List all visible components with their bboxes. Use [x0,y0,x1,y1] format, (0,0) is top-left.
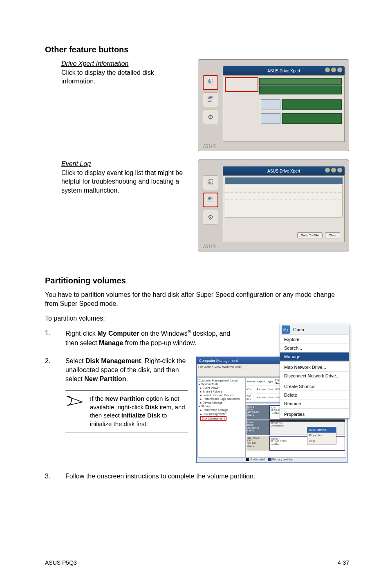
save-to-file-button[interactable]: Save To File [297,232,323,238]
note-initialize-disk: Initialize Disk [121,412,160,419]
step2-new-partition: New Partition [84,375,126,382]
drive-xpert-info-screenshot: 🗐 🗊 ⚙ ASUS Drive Xpert [198,59,349,151]
registered-mark: ® [188,329,191,334]
dm-title: Computer Management [199,358,238,363]
ctx-help[interactable]: Help [307,438,336,444]
cm-search[interactable]: Search... [280,343,349,352]
step1-text-d: from the pop-up window. [123,339,196,346]
cm-map-network-drive[interactable]: Map Network Drive... [280,363,349,371]
note-icon [66,395,84,412]
info-row-1 [259,85,342,94]
controller-tree-highlight [225,77,258,92]
cm-disconnect-network-drive[interactable]: Disconnect Network Drive... [280,371,349,380]
brand-logo: /SUS [203,144,216,149]
cm-open[interactable]: Open [291,326,347,333]
step2-text-a: Select [65,357,85,364]
dm-legend: Unallocated Primary partition [246,458,293,462]
to-partition-volumes: To partition volumes: [45,314,349,323]
event-log-title: Event Log [61,159,190,168]
cm-rename[interactable]: Rename [280,399,349,408]
disk-thumb-2 [261,113,280,124]
disk-thumb-1 [261,99,280,110]
note-a: If the [90,395,105,402]
my-computer-context-menu: My Open Explore Search... Manage Map Net… [280,324,349,419]
sidebar-icon-1: 🗐 [203,75,218,90]
sidebar-icon-3: ⚙ [203,110,218,124]
dm-context-menu: New Partition... Properties Help [307,427,336,444]
cm-create-shortcut[interactable]: Create Shortcut [280,382,349,391]
brand-logo: /SUS [203,244,216,249]
step2-text-c: . [126,375,128,382]
note-box: If the New Partition option is not avail… [65,390,188,433]
note-disk: Disk [145,404,158,411]
ctx-new-partition[interactable]: New Partition... [307,427,336,433]
step1-my-computer: My Computer [97,330,139,337]
footer-product: ASUS P5Q3 [45,559,77,566]
event-log-header [225,177,343,184]
cm-properties[interactable]: Properties [280,410,349,418]
cm-delete[interactable]: Delete [280,391,349,399]
step3-text: Follow the onscreen instructions to comp… [65,472,349,481]
sidebar-icon-1: 🗐 [203,175,218,190]
clear-button[interactable]: Clear [325,232,340,238]
dm-tree: Computer Management (Local) ▸ System Too… [197,377,246,458]
my-computer-icon: My [282,325,290,334]
heading-other-feature-buttons: Other feature buttons [45,45,349,54]
footer-page-number: 4-37 [338,559,349,566]
step-number-2: 2. [45,357,55,366]
step1-text-a: Right-click [65,330,97,337]
sidebar-icon-2: 🗊 [203,193,218,207]
info-row-2 [282,99,342,110]
note-new-partition: New Partition [105,395,145,402]
info-row-3 [282,113,342,124]
heading-partitioning-volumes: Partitioning volumes [45,276,349,285]
step-number-1: 1. [45,329,55,338]
drive-xpert-info-title: Drive Xpert Information [61,59,190,68]
event-log-desc: Click to display event log list that mig… [61,168,190,195]
step1-text-b: on the Windows [139,330,187,337]
drive-xpert-info-desc: Click to display the detailed disk infor… [61,68,190,86]
dm-tree-disk-management[interactable]: Disk Management [200,416,226,421]
step1-manage: Manage [99,339,123,346]
cm-manage[interactable]: Manage [280,352,349,361]
cm-explore[interactable]: Explore [280,335,349,343]
event-log-screenshot: 🗐 🗊 ⚙ ASUS Drive Xpert [198,159,349,251]
ctx-properties[interactable]: Properties [307,433,336,438]
step-number-3: 3. [45,472,55,481]
info-header-bar [259,78,342,85]
sidebar-icon-3: ⚙ [203,210,218,224]
sidebar-icon-2: 🗊 [203,92,218,107]
partitioning-intro: You have to partition volumes for the ha… [45,290,349,308]
event-log-table [225,185,343,218]
step2-disk-management: Disk Management [85,357,141,364]
